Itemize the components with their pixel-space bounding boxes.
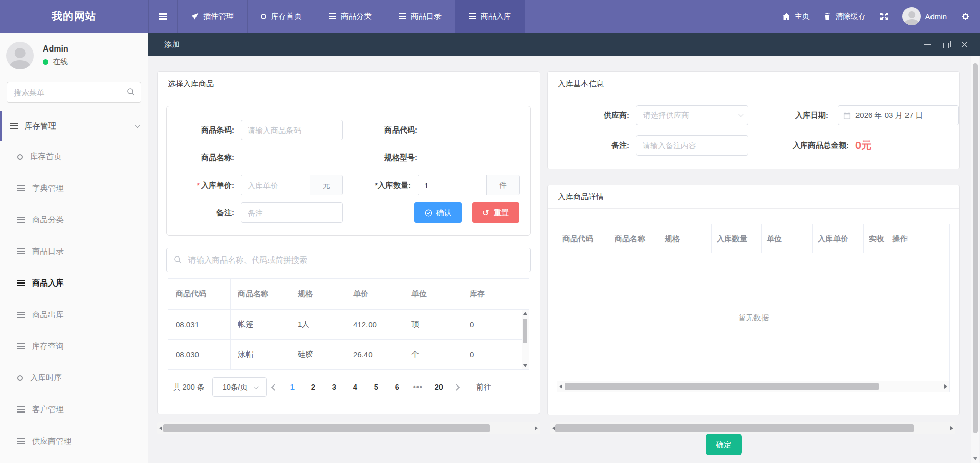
list-icon — [17, 217, 25, 223]
scroll-left-icon — [159, 426, 162, 430]
restore-window-icon[interactable] — [943, 43, 949, 48]
inbound-price-input[interactable] — [241, 175, 310, 195]
panel-title: 入库基本信息 — [548, 72, 959, 95]
right-panel-horizontal-scrollbar[interactable] — [550, 422, 955, 434]
page-ellipsis[interactable]: ••• — [409, 383, 427, 391]
settings-button[interactable] — [961, 12, 970, 21]
scrollbar-thumb — [555, 424, 914, 432]
next-page-button[interactable] — [454, 385, 459, 390]
chevron-left-icon — [271, 384, 278, 391]
search-icon — [174, 255, 182, 264]
page-number[interactable]: 5 — [367, 383, 385, 391]
sidebar-item-product-inbound[interactable]: 商品入库 — [0, 267, 148, 299]
hamburger-icon — [159, 13, 167, 19]
barcode-input[interactable] — [241, 120, 343, 140]
page-number[interactable]: 4 — [346, 383, 364, 391]
page-number[interactable]: 1 — [283, 383, 301, 391]
select-inbound-product-panel: 选择入库商品 商品条码: 商品代码: 商品名称: 规格型号: — [157, 71, 540, 414]
topnav-item-product-inbound[interactable]: 商品入库 — [455, 0, 525, 33]
fullscreen-button[interactable] — [880, 12, 888, 20]
list-icon — [17, 248, 25, 254]
inbound-date-picker[interactable]: 2026 年 03 月 27 日 — [838, 105, 959, 125]
remark-label: 备注: — [167, 208, 234, 218]
list-icon — [17, 312, 25, 318]
remark-input[interactable] — [241, 202, 343, 223]
list-icon — [17, 185, 25, 191]
scroll-up-icon — [523, 312, 527, 315]
scrollbar-thumb — [973, 63, 978, 433]
sidebar-item-product-catalog[interactable]: 商品目录 — [0, 236, 148, 267]
user-name: Admin — [43, 44, 68, 54]
top-navbar-right: 主页 清除缓存 Admin — [782, 0, 980, 33]
sidebar-item-inbound-timeline[interactable]: 入库时序 — [0, 362, 148, 394]
close-icon[interactable] — [961, 41, 968, 48]
table-row[interactable]: 08.031 帐篷 1人 412.00 顶 0 — [168, 309, 529, 339]
spec-model-label: 规格型号: — [343, 153, 418, 163]
supplier-select[interactable]: 请选择供应商 — [636, 105, 748, 125]
page-number[interactable]: 2 — [304, 383, 322, 391]
list-icon — [17, 343, 25, 349]
clear-cache-button[interactable]: 清除缓存 — [824, 12, 866, 21]
page-number[interactable]: 20 — [430, 383, 448, 391]
inbound-qty-input[interactable] — [418, 175, 486, 195]
product-table: 商品代码 商品名称 规格 单价 单位 库存 08.031 帐篷 1人 412.0… — [168, 278, 529, 370]
tab-add[interactable]: 添加 — [164, 40, 180, 49]
topnav-item-product-catalog[interactable]: 商品目录 — [385, 0, 455, 33]
calendar-icon — [843, 112, 851, 119]
inbound-remark-input[interactable] — [636, 135, 748, 156]
sidebar-item-product-outbound[interactable]: 商品出库 — [0, 299, 148, 330]
sidebar-item-inventory-home[interactable]: 库存首页 — [0, 141, 148, 172]
product-search-input[interactable] — [166, 248, 531, 272]
empty-state-text: 暂无数据 — [738, 313, 769, 323]
tab-bar: 添加 — [148, 33, 980, 56]
table-header-row: 商品代码 商品名称 规格 单价 单位 库存 — [168, 279, 529, 309]
chevron-down-icon — [254, 384, 259, 389]
online-status-icon — [43, 59, 48, 65]
topnav-item-plugins[interactable]: 插件管理 — [177, 0, 247, 33]
menu-search-input[interactable] — [7, 82, 141, 103]
table-horizontal-scrollbar[interactable] — [557, 381, 949, 392]
empty-table-body: 暂无数据 — [557, 253, 949, 382]
inbound-detail-table: 商品代码 商品名称 规格 入库数量 单位 入库单价 实收 操作 暂无数据 — [557, 224, 950, 392]
gear-icon — [961, 12, 970, 21]
sidebar-item-dictionary[interactable]: 字典管理 — [0, 172, 148, 204]
table-vertical-scrollbar[interactable] — [522, 310, 529, 369]
sidebar-item-inventory-query[interactable]: 库存查询 — [0, 330, 148, 362]
home-button[interactable]: 主页 — [782, 12, 810, 21]
inbound-product-detail-panel: 入库商品详情 商品代码 商品名称 规格 入库数量 单位 入库单价 实收 操作 — [547, 185, 960, 415]
submit-button[interactable]: 确定 — [706, 434, 742, 455]
table-row[interactable]: 08.030 泳帽 硅胶 26.40 个 0 — [168, 339, 529, 369]
sidebar-section-inventory-management[interactable]: 库存管理 — [0, 111, 148, 141]
prev-page-button[interactable] — [272, 385, 277, 390]
remark-label: 备注: — [548, 141, 629, 150]
panel-title: 入库商品详情 — [548, 185, 959, 209]
minimize-icon[interactable] — [924, 44, 931, 45]
scroll-right-icon — [950, 426, 953, 430]
sidebar-item-product-category[interactable]: 商品分类 — [0, 204, 148, 236]
sidebar-toggle-button[interactable] — [148, 0, 177, 33]
page-vertical-scrollbar[interactable] — [971, 56, 979, 463]
reset-icon — [482, 209, 489, 217]
home-icon — [782, 13, 790, 20]
topnav-item-inventory-home[interactable]: 库存首页 — [247, 0, 315, 33]
list-icon — [399, 13, 406, 19]
scrollbar-thumb — [523, 319, 527, 343]
page-number[interactable]: 6 — [388, 383, 406, 391]
expand-icon — [880, 12, 888, 20]
reset-button[interactable]: 重置 — [472, 202, 519, 223]
list-icon — [17, 438, 25, 444]
table-header-row: 商品代码 商品名称 规格 入库数量 单位 入库单价 实收 操作 — [557, 224, 949, 253]
user-menu[interactable]: Admin — [902, 7, 947, 25]
sidebar-item-supplier-management[interactable]: 供应商管理 — [0, 425, 148, 457]
sidebar-item-customer-management[interactable]: 客户管理 — [0, 394, 148, 425]
scroll-down-icon — [523, 364, 527, 367]
product-name-label: 商品名称: — [167, 153, 234, 163]
topnav-item-product-category[interactable]: 商品分类 — [315, 0, 385, 33]
left-panel-horizontal-scrollbar[interactable] — [157, 422, 540, 434]
page-number[interactable]: 3 — [325, 383, 343, 391]
confirm-button[interactable]: 确认 — [414, 202, 462, 223]
circle-icon — [17, 375, 23, 381]
page-size-select[interactable]: 10条/页 — [212, 377, 267, 397]
inbound-qty-label: *入库数量: — [343, 181, 411, 190]
scroll-down-icon — [973, 457, 977, 460]
